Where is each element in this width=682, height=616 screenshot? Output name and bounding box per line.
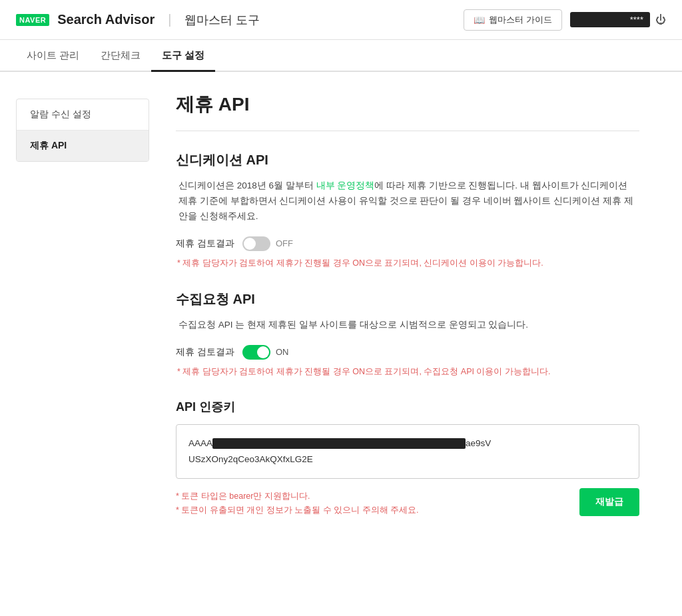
collection-toggle-row: 제휴 검토결과 ON [176, 345, 639, 360]
sidebar-item-api[interactable]: 제휴 API [17, 131, 149, 161]
api-note-1: * 토큰 타입은 bearer만 지원합니다. [176, 491, 419, 502]
syndication-desc-before: 신디케이션은 2018년 6월 말부터 [178, 180, 316, 190]
user-name [577, 15, 630, 25]
user-area: **** ⏻ [570, 12, 666, 27]
syndication-toggle-label: 제휴 검토결과 [176, 238, 234, 250]
guide-button[interactable]: 📖 웹마스터 가이드 [464, 9, 562, 31]
syndication-policy-link[interactable]: 내부 운영정책 [316, 180, 375, 190]
api-key-masked [212, 438, 466, 449]
main-content: 알람 수신 설정 제휴 API 제휴 API 신디케이션 API 신디케이션은 … [0, 72, 682, 536]
main-nav: 사이트 관리 간단체크 도구 설정 [0, 40, 682, 72]
sidebar: 알람 수신 설정 제휴 API [16, 99, 149, 162]
app-title: Search Advisor [57, 12, 155, 27]
collection-title: 수집요청 API [176, 290, 639, 308]
user-stars: **** [630, 15, 643, 25]
nav-item-tool-settings[interactable]: 도구 설정 [151, 41, 215, 72]
syndication-toggle-note: * 제휴 담당자가 검토하여 제휴가 진행될 경우 ON으로 표기되며, 신디케… [176, 258, 639, 269]
api-key-text: AAAAae9sV USzXOny2qCeo3AkQXfxLG2E [188, 436, 627, 468]
api-key-section: API 인증키 AAAAae9sV USzXOny2qCeo3AkQXfxLG2… [176, 399, 639, 517]
content-area: 제휴 API 신디케이션 API 신디케이션은 2018년 6월 말부터 내부 … [149, 92, 666, 516]
collection-toggle-switch[interactable] [242, 345, 270, 360]
header: NAVER Search Advisor | 웹마스터 도구 📖 웹마스터 가이… [0, 0, 682, 40]
reissue-row: * 토큰 타입은 bearer만 지원합니다. * 토큰이 유출되면 개인 정보… [176, 488, 639, 516]
header-right: 📖 웹마스터 가이드 **** ⏻ [464, 9, 666, 31]
syndication-toggle-row: 제휴 검토결과 OFF [176, 236, 639, 251]
page-title: 제휴 API [176, 92, 639, 117]
api-key-title: API 인증키 [176, 399, 639, 415]
sidebar-item-alarm[interactable]: 알람 수신 설정 [17, 99, 149, 131]
syndication-desc: 신디케이션은 2018년 6월 말부터 내부 운영정책에 따라 제휴 기반으로 … [176, 178, 639, 224]
collection-toggle-note: * 제휴 담당자가 검토하여 제휴가 진행될 경우 ON으로 표기되며, 수집요… [176, 366, 639, 378]
api-key-line2: USzXOny2qCeo3AkQXfxLG2E [188, 454, 313, 464]
nav-item-site-manage[interactable]: 사이트 관리 [16, 41, 90, 72]
collection-toggle[interactable]: ON [242, 345, 289, 360]
syndication-title: 신디케이션 API [176, 151, 639, 169]
user-block: **** [570, 12, 650, 27]
collection-section: 수집요청 API 수집요청 API 는 현재 제휴된 일부 사이트를 대상으로 … [176, 290, 639, 378]
content-divider [176, 131, 639, 131]
naver-logo: NAVER [16, 14, 49, 26]
sub-title: 웹마스터 도구 [184, 12, 260, 28]
syndication-section: 신디케이션 API 신디케이션은 2018년 6월 말부터 내부 운영정책에 따… [176, 151, 639, 269]
syndication-toggle-switch[interactable] [242, 236, 270, 251]
nav-item-quick-check[interactable]: 간단체크 [90, 41, 151, 72]
syndication-toggle-status: OFF [276, 238, 293, 248]
power-icon[interactable]: ⏻ [655, 14, 666, 26]
api-notes: * 토큰 타입은 bearer만 지원합니다. * 토큰이 유출되면 개인 정보… [176, 491, 419, 516]
api-key-box: AAAAae9sV USzXOny2qCeo3AkQXfxLG2E [176, 424, 639, 479]
reissue-button[interactable]: 재발급 [579, 488, 639, 516]
header-left: NAVER Search Advisor | 웹마스터 도구 [16, 12, 260, 28]
collection-toggle-label: 제휴 검토결과 [176, 346, 234, 358]
collection-desc: 수집요청 API 는 현재 제휴된 일부 사이트를 대상으로 시범적으로 운영되… [176, 318, 639, 333]
syndication-toggle[interactable]: OFF [242, 236, 293, 251]
book-icon: 📖 [474, 15, 485, 25]
header-divider: | [168, 12, 171, 27]
guide-btn-label: 웹마스터 가이드 [489, 14, 552, 26]
api-note-2: * 토큰이 유출되면 개인 정보가 노출될 수 있으니 주의해 주세요. [176, 505, 419, 516]
api-key-prefix: AAAA [188, 438, 212, 448]
collection-toggle-status: ON [276, 347, 289, 357]
api-key-suffix: ae9sV [466, 438, 491, 448]
